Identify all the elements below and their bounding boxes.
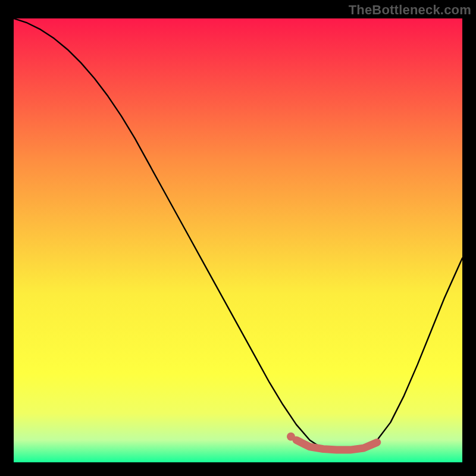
gradient-background <box>14 18 462 462</box>
plot-frame <box>14 18 462 462</box>
optimal-point-dot <box>287 433 295 441</box>
bottleneck-plot <box>14 18 462 462</box>
attribution-label: TheBottleneck.com <box>349 2 471 18</box>
chart-container: TheBottleneck.com <box>0 0 476 476</box>
